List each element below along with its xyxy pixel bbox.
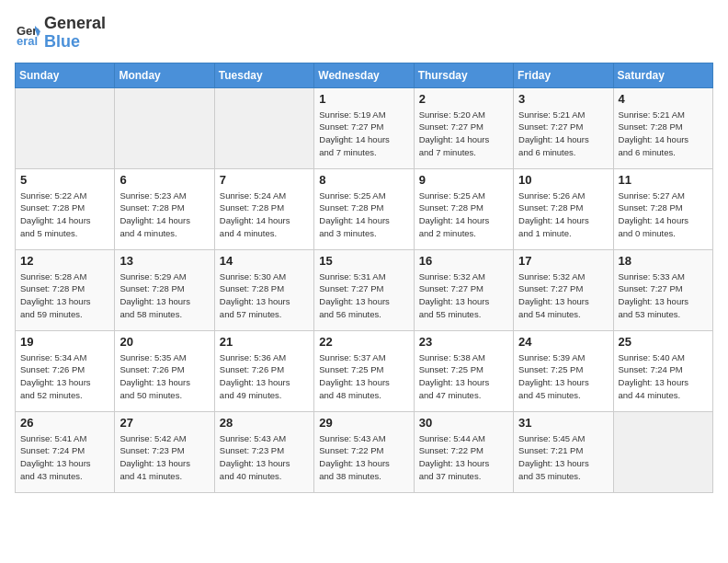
day-info: Sunrise: 5:37 AM Sunset: 7:25 PM Dayligh… — [319, 351, 408, 402]
calendar-cell: 12Sunrise: 5:28 AM Sunset: 7:28 PM Dayli… — [16, 249, 115, 330]
calendar-cell: 30Sunrise: 5:44 AM Sunset: 7:22 PM Dayli… — [414, 411, 513, 492]
day-number: 25 — [619, 335, 708, 349]
calendar-week-row: 1Sunrise: 5:19 AM Sunset: 7:27 PM Daylig… — [16, 87, 713, 168]
calendar-cell: 21Sunrise: 5:36 AM Sunset: 7:26 PM Dayli… — [214, 330, 313, 411]
calendar-week-row: 12Sunrise: 5:28 AM Sunset: 7:28 PM Dayli… — [16, 249, 713, 330]
day-number: 1 — [319, 92, 408, 106]
calendar-cell: 22Sunrise: 5:37 AM Sunset: 7:25 PM Dayli… — [314, 330, 414, 411]
day-info: Sunrise: 5:34 AM Sunset: 7:26 PM Dayligh… — [20, 351, 109, 402]
day-info: Sunrise: 5:19 AM Sunset: 7:27 PM Dayligh… — [319, 109, 408, 159]
day-info: Sunrise: 5:21 AM Sunset: 7:27 PM Dayligh… — [518, 109, 608, 159]
day-info: Sunrise: 5:27 AM Sunset: 7:28 PM Dayligh… — [619, 190, 708, 240]
calendar-cell: 10Sunrise: 5:26 AM Sunset: 7:28 PM Dayli… — [514, 168, 613, 249]
calendar-cell: 28Sunrise: 5:43 AM Sunset: 7:23 PM Dayli… — [214, 411, 313, 492]
calendar-cell: 2Sunrise: 5:20 AM Sunset: 7:27 PM Daylig… — [414, 87, 513, 168]
day-info: Sunrise: 5:26 AM Sunset: 7:28 PM Dayligh… — [518, 190, 608, 240]
header-tuesday: Tuesday — [214, 63, 313, 87]
calendar-cell: 1Sunrise: 5:19 AM Sunset: 7:27 PM Daylig… — [314, 87, 414, 168]
calendar-cell: 23Sunrise: 5:38 AM Sunset: 7:25 PM Dayli… — [414, 330, 513, 411]
header-monday: Monday — [115, 63, 214, 87]
day-info: Sunrise: 5:32 AM Sunset: 7:27 PM Dayligh… — [419, 270, 508, 321]
calendar-cell: 19Sunrise: 5:34 AM Sunset: 7:26 PM Dayli… — [16, 330, 115, 411]
day-info: Sunrise: 5:20 AM Sunset: 7:27 PM Dayligh… — [419, 109, 508, 159]
logo-text: General Blue — [44, 15, 106, 52]
calendar-cell: 17Sunrise: 5:32 AM Sunset: 7:27 PM Dayli… — [514, 249, 613, 330]
calendar-cell — [613, 411, 712, 492]
logo: Gen eral General Blue — [15, 15, 106, 52]
calendar-cell: 16Sunrise: 5:32 AM Sunset: 7:27 PM Dayli… — [414, 249, 513, 330]
day-number: 4 — [619, 92, 708, 106]
day-number: 26 — [20, 416, 109, 430]
calendar-week-row: 26Sunrise: 5:41 AM Sunset: 7:24 PM Dayli… — [16, 411, 713, 492]
calendar-cell: 9Sunrise: 5:25 AM Sunset: 7:28 PM Daylig… — [414, 168, 513, 249]
calendar-cell: 7Sunrise: 5:24 AM Sunset: 7:28 PM Daylig… — [214, 168, 313, 249]
day-number: 12 — [20, 254, 109, 268]
day-info: Sunrise: 5:21 AM Sunset: 7:28 PM Dayligh… — [619, 109, 708, 159]
day-number: 29 — [319, 416, 408, 430]
calendar-cell: 25Sunrise: 5:40 AM Sunset: 7:24 PM Dayli… — [613, 330, 712, 411]
page-header: Gen eral General Blue — [15, 15, 713, 52]
calendar-cell: 27Sunrise: 5:42 AM Sunset: 7:23 PM Dayli… — [115, 411, 214, 492]
day-number: 17 — [518, 254, 608, 268]
calendar-cell: 4Sunrise: 5:21 AM Sunset: 7:28 PM Daylig… — [613, 87, 712, 168]
calendar-cell — [214, 87, 313, 168]
calendar-cell: 8Sunrise: 5:25 AM Sunset: 7:28 PM Daylig… — [314, 168, 414, 249]
day-info: Sunrise: 5:36 AM Sunset: 7:26 PM Dayligh… — [220, 351, 309, 402]
day-number: 16 — [419, 254, 508, 268]
day-number: 30 — [419, 416, 508, 430]
day-info: Sunrise: 5:42 AM Sunset: 7:23 PM Dayligh… — [119, 432, 209, 483]
logo-icon: Gen eral — [15, 20, 40, 46]
header-saturday: Saturday — [613, 63, 712, 87]
calendar-cell: 6Sunrise: 5:23 AM Sunset: 7:28 PM Daylig… — [115, 168, 214, 249]
day-number: 8 — [319, 173, 408, 187]
day-info: Sunrise: 5:44 AM Sunset: 7:22 PM Dayligh… — [419, 432, 508, 483]
day-number: 7 — [220, 173, 309, 187]
day-number: 24 — [518, 335, 608, 349]
day-info: Sunrise: 5:38 AM Sunset: 7:25 PM Dayligh… — [419, 351, 508, 402]
day-number: 2 — [419, 92, 508, 106]
calendar-cell — [115, 87, 214, 168]
day-info: Sunrise: 5:25 AM Sunset: 7:28 PM Dayligh… — [419, 190, 508, 240]
day-number: 13 — [119, 254, 209, 268]
day-number: 11 — [619, 173, 708, 187]
day-info: Sunrise: 5:30 AM Sunset: 7:28 PM Dayligh… — [220, 270, 309, 321]
day-info: Sunrise: 5:28 AM Sunset: 7:28 PM Dayligh… — [20, 270, 109, 321]
calendar-cell — [16, 87, 115, 168]
day-number: 5 — [20, 173, 109, 187]
day-number: 20 — [119, 335, 209, 349]
day-number: 27 — [119, 416, 209, 430]
calendar-cell: 31Sunrise: 5:45 AM Sunset: 7:21 PM Dayli… — [514, 411, 613, 492]
day-info: Sunrise: 5:35 AM Sunset: 7:26 PM Dayligh… — [119, 351, 209, 402]
calendar-cell: 24Sunrise: 5:39 AM Sunset: 7:25 PM Dayli… — [514, 330, 613, 411]
calendar-cell: 3Sunrise: 5:21 AM Sunset: 7:27 PM Daylig… — [514, 87, 613, 168]
day-number: 31 — [518, 416, 608, 430]
day-number: 18 — [619, 254, 708, 268]
day-info: Sunrise: 5:39 AM Sunset: 7:25 PM Dayligh… — [518, 351, 608, 402]
header-sunday: Sunday — [16, 63, 115, 87]
day-number: 22 — [319, 335, 408, 349]
calendar-week-row: 5Sunrise: 5:22 AM Sunset: 7:28 PM Daylig… — [16, 168, 713, 249]
day-number: 14 — [220, 254, 309, 268]
header-friday: Friday — [514, 63, 613, 87]
day-info: Sunrise: 5:29 AM Sunset: 7:28 PM Dayligh… — [119, 270, 209, 321]
calendar-cell: 29Sunrise: 5:43 AM Sunset: 7:22 PM Dayli… — [314, 411, 414, 492]
day-info: Sunrise: 5:23 AM Sunset: 7:28 PM Dayligh… — [119, 190, 209, 240]
day-info: Sunrise: 5:25 AM Sunset: 7:28 PM Dayligh… — [319, 190, 408, 240]
day-info: Sunrise: 5:43 AM Sunset: 7:22 PM Dayligh… — [319, 432, 408, 483]
calendar-cell: 18Sunrise: 5:33 AM Sunset: 7:27 PM Dayli… — [613, 249, 712, 330]
day-info: Sunrise: 5:43 AM Sunset: 7:23 PM Dayligh… — [220, 432, 309, 483]
header-thursday: Thursday — [414, 63, 513, 87]
day-info: Sunrise: 5:24 AM Sunset: 7:28 PM Dayligh… — [220, 190, 309, 240]
day-number: 28 — [220, 416, 309, 430]
day-number: 21 — [220, 335, 309, 349]
day-number: 6 — [119, 173, 209, 187]
svg-text:eral: eral — [17, 34, 38, 46]
day-info: Sunrise: 5:31 AM Sunset: 7:27 PM Dayligh… — [319, 270, 408, 321]
day-number: 19 — [20, 335, 109, 349]
calendar-cell: 26Sunrise: 5:41 AM Sunset: 7:24 PM Dayli… — [16, 411, 115, 492]
calendar-cell: 5Sunrise: 5:22 AM Sunset: 7:28 PM Daylig… — [16, 168, 115, 249]
day-number: 10 — [518, 173, 608, 187]
calendar-cell: 11Sunrise: 5:27 AM Sunset: 7:28 PM Dayli… — [613, 168, 712, 249]
day-info: Sunrise: 5:45 AM Sunset: 7:21 PM Dayligh… — [518, 432, 608, 483]
calendar-cell: 20Sunrise: 5:35 AM Sunset: 7:26 PM Dayli… — [115, 330, 214, 411]
